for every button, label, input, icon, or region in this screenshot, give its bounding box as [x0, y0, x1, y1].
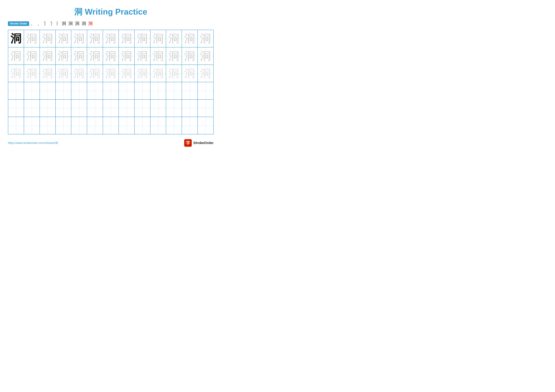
grid-cell[interactable]: 洞 — [71, 30, 87, 47]
grid-cell[interactable]: 洞 — [182, 65, 197, 82]
grid-cell[interactable]: 洞 — [150, 65, 166, 82]
grid-cell[interactable]: 洞 — [103, 47, 119, 65]
grid-cell[interactable] — [166, 117, 182, 134]
footer-logo-label: StrokeOrder — [193, 141, 214, 145]
stroke-step-8: 洞 — [82, 21, 86, 27]
grid-cell[interactable] — [197, 117, 213, 134]
grid-cell[interactable] — [71, 82, 87, 100]
stroke-step-1: 、 — [31, 21, 35, 27]
grid-cell[interactable] — [103, 100, 119, 117]
grid-cell[interactable]: 洞 — [40, 47, 56, 65]
grid-cell[interactable]: 洞 — [71, 65, 87, 82]
grid-cell[interactable] — [134, 100, 150, 117]
grid-cell[interactable] — [24, 82, 40, 100]
grid-cell[interactable] — [40, 82, 56, 100]
stroke-steps: 、 、 氵 氵丨 洞 洞 洞 洞 洞 — [31, 21, 93, 27]
grid-cell[interactable] — [134, 117, 150, 134]
practice-grid: 洞洞洞洞洞洞洞洞洞洞洞洞洞洞洞洞洞洞洞洞洞洞洞洞洞洞洞洞洞洞洞洞洞洞洞洞洞洞洞 — [8, 30, 214, 134]
grid-cell[interactable]: 洞 — [87, 65, 103, 82]
grid-cell[interactable]: 洞 — [87, 30, 103, 47]
grid-cell[interactable] — [103, 117, 119, 134]
grid-cell[interactable]: 洞 — [150, 47, 166, 65]
grid-cell[interactable]: 洞 — [166, 47, 182, 65]
grid-cell[interactable] — [71, 100, 87, 117]
grid-cell[interactable]: 洞 — [40, 65, 56, 82]
grid-cell[interactable]: 洞 — [166, 30, 182, 47]
grid-cell[interactable] — [8, 82, 24, 100]
grid-cell[interactable] — [119, 117, 134, 134]
grid-cell[interactable] — [87, 100, 103, 117]
grid-cell[interactable] — [197, 82, 213, 100]
grid-cell[interactable]: 洞 — [103, 30, 119, 47]
grid-cell[interactable] — [103, 82, 119, 100]
grid-cell[interactable]: 洞 — [134, 30, 150, 47]
stroke-step-4: 氵丨 — [51, 21, 59, 27]
grid-cell[interactable] — [71, 117, 87, 134]
grid-cell[interactable]: 洞 — [71, 47, 87, 65]
grid-cell[interactable] — [56, 100, 71, 117]
grid-cell[interactable]: 洞 — [8, 65, 24, 82]
grid-cell[interactable]: 洞 — [56, 30, 71, 47]
grid-cell[interactable]: 洞 — [40, 30, 56, 47]
grid-cell[interactable] — [150, 82, 166, 100]
grid-cell[interactable] — [182, 82, 197, 100]
grid-cell[interactable] — [56, 117, 71, 134]
grid-cell[interactable]: 洞 — [24, 65, 40, 82]
stroke-step-7: 洞 — [75, 21, 80, 27]
grid-cell[interactable]: 洞 — [8, 47, 24, 65]
grid-cell[interactable]: 洞 — [103, 65, 119, 82]
grid-cell[interactable] — [166, 100, 182, 117]
grid-cell[interactable]: 洞 — [197, 47, 213, 65]
grid-cell[interactable]: 洞 — [8, 30, 24, 47]
grid-cell[interactable]: 洞 — [182, 47, 197, 65]
strokeorder-logo-icon: 字 — [184, 139, 192, 147]
grid-cell[interactable] — [150, 100, 166, 117]
grid-cell[interactable]: 洞 — [24, 47, 40, 65]
stroke-step-3: 氵 — [44, 21, 48, 27]
grid-cell[interactable] — [40, 100, 56, 117]
grid-cell[interactable] — [56, 82, 71, 100]
page-title: 洞 Writing Practice — [8, 6, 214, 17]
grid-cell[interactable] — [40, 117, 56, 134]
grid-cell[interactable] — [182, 117, 197, 134]
stroke-step-6: 洞 — [68, 21, 73, 27]
grid-cell[interactable] — [24, 100, 40, 117]
grid-cell[interactable]: 洞 — [197, 65, 213, 82]
grid-cell[interactable]: 洞 — [166, 65, 182, 82]
grid-cell[interactable] — [150, 117, 166, 134]
grid-cell[interactable] — [197, 100, 213, 117]
footer: https://www.strokeorder.com/chinese/洞 字 … — [8, 139, 214, 147]
grid-cell[interactable] — [182, 100, 197, 117]
grid-cell[interactable] — [24, 117, 40, 134]
grid-cell[interactable]: 洞 — [150, 30, 166, 47]
grid-cell[interactable]: 洞 — [119, 65, 134, 82]
grid-cell[interactable] — [8, 117, 24, 134]
grid-cell[interactable] — [119, 82, 134, 100]
grid-cell[interactable] — [119, 100, 134, 117]
grid-cell[interactable] — [87, 117, 103, 134]
grid-cell[interactable]: 洞 — [197, 30, 213, 47]
grid-cell[interactable]: 洞 — [119, 47, 134, 65]
grid-cell[interactable]: 洞 — [56, 47, 71, 65]
footer-logo: 字 StrokeOrder — [184, 139, 214, 147]
grid-cell[interactable]: 洞 — [87, 47, 103, 65]
grid-cell[interactable] — [134, 82, 150, 100]
stroke-step-2: 、 — [37, 21, 42, 27]
grid-cell[interactable] — [166, 82, 182, 100]
grid-cell[interactable]: 洞 — [182, 30, 197, 47]
grid-cell[interactable]: 洞 — [119, 30, 134, 47]
stroke-order-badge: Stroke Order — [8, 21, 29, 26]
grid-cell[interactable]: 洞 — [24, 30, 40, 47]
grid-cell[interactable]: 洞 — [56, 65, 71, 82]
grid-cell[interactable] — [87, 82, 103, 100]
stroke-step-5: 洞 — [62, 21, 66, 27]
stroke-order-row: Stroke Order 、 、 氵 氵丨 洞 洞 洞 洞 洞 — [8, 21, 214, 27]
stroke-step-9: 洞 — [88, 21, 93, 27]
grid-cell[interactable]: 洞 — [134, 65, 150, 82]
grid-cell[interactable]: 洞 — [134, 47, 150, 65]
grid-cell[interactable] — [8, 100, 24, 117]
footer-url[interactable]: https://www.strokeorder.com/chinese/洞 — [8, 141, 58, 145]
